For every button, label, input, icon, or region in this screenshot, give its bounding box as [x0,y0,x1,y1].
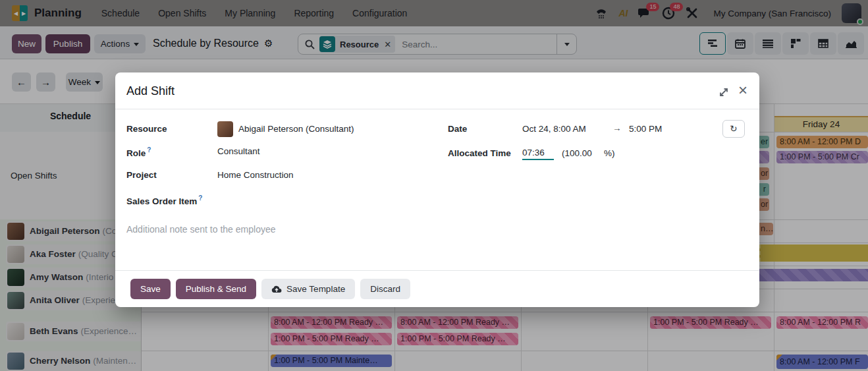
save-template-button[interactable]: Save Template [261,279,355,299]
cloud-upload-icon [271,285,282,293]
resource-avatar [217,121,233,137]
allocated-pct-input[interactable]: 100.00 [565,148,592,158]
dialog-title: Add Shift [126,84,175,98]
help-marker: ? [198,194,202,202]
project-field-value[interactable]: Home Construction [217,170,294,180]
help-marker: ? [147,146,151,154]
project-field-label: Project [126,170,157,180]
note-input[interactable]: Additional note sent to the employee [126,224,276,235]
date-arrow-icon: → [612,123,622,133]
dialog-footer: Save Publish & Send Save Template Discar… [115,270,759,307]
sales-order-item-field-label: Sales Order Item? [126,194,202,206]
recurrence-refresh-button[interactable]: ↻ [722,120,745,138]
allocated-pct-open: (100.00 [562,148,592,158]
expand-icon[interactable] [719,87,730,99]
publish-send-button[interactable]: Publish & Send [176,279,256,299]
close-icon[interactable]: × [738,80,747,100]
allocated-pct-close: %) [604,148,615,158]
role-field-label: Role? [126,146,151,158]
date-field-label: Date [448,124,467,134]
add-shift-dialog: Add Shift × Resource Abigail Peterson (C… [115,72,759,307]
resource-field-label: Resource [126,124,167,134]
discard-button[interactable]: Discard [360,279,410,299]
resource-field-value[interactable]: Abigail Peterson (Consultant) [238,124,354,134]
divider [115,109,759,109]
date-start-value[interactable]: Oct 24, 8:00 AM [522,124,586,134]
role-field-value[interactable]: Consultant [217,146,260,156]
allocated-time-field-label: Allocated Time [448,148,511,158]
save-button[interactable]: Save [130,279,171,299]
date-end-value[interactable]: 5:00 PM [629,124,662,134]
allocated-hours-input[interactable]: 07:36 [522,148,554,160]
